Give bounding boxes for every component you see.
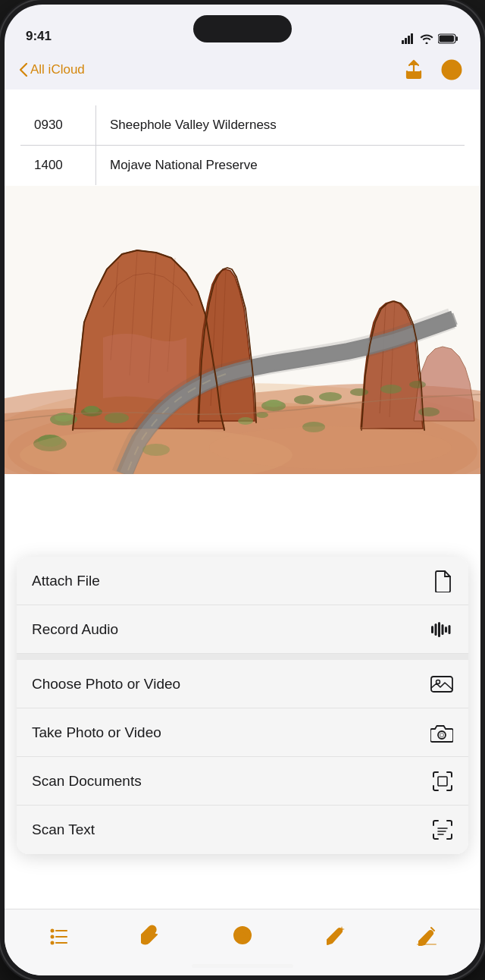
- nav-bar: All iCloud: [5, 50, 480, 90]
- choose-photo-item[interactable]: Choose Photo or Video: [17, 660, 468, 708]
- signal-icon: [402, 33, 415, 44]
- phone-frame: 9:41: [0, 0, 485, 980]
- tab-compose[interactable]: [404, 925, 449, 946]
- more-icon: [441, 59, 462, 80]
- svg-rect-5: [456, 36, 458, 41]
- tab-attachment[interactable]: [127, 925, 173, 946]
- location-icon: [232, 925, 253, 946]
- svg-point-9: [451, 69, 453, 71]
- section-divider: [17, 654, 468, 660]
- svg-point-30: [319, 392, 342, 401]
- file-icon: [433, 570, 453, 592]
- chevron-left-icon: [20, 63, 27, 77]
- pencil-star-icon: [324, 925, 346, 946]
- status-time: 9:41: [26, 29, 52, 44]
- record-audio-item[interactable]: Record Audio: [17, 605, 468, 654]
- tab-location[interactable]: [220, 925, 265, 946]
- action-menu: Attach File Record Audio: [17, 557, 468, 854]
- paperclip-icon: [141, 925, 159, 946]
- svg-rect-6: [440, 36, 455, 42]
- svg-point-64: [239, 932, 245, 938]
- share-icon: [405, 59, 423, 80]
- svg-point-57: [50, 928, 54, 932]
- svg-point-31: [350, 388, 368, 396]
- svg-point-42: [209, 426, 452, 469]
- more-button[interactable]: [438, 56, 465, 83]
- camera-icon: [430, 723, 453, 743]
- table-row: 0930 Sheephole Valley Wilderness: [20, 105, 465, 146]
- scan-text-item[interactable]: Scan Text: [17, 806, 468, 854]
- svg-rect-44: [435, 623, 437, 636]
- svg-point-59: [50, 934, 54, 938]
- nav-actions: [400, 56, 465, 83]
- choose-photo-label: Choose Photo or Video: [32, 676, 180, 693]
- svg-point-52: [440, 733, 444, 737]
- svg-rect-46: [442, 624, 444, 635]
- svg-rect-49: [431, 677, 452, 692]
- take-photo-label: Take Photo or Video: [32, 724, 161, 741]
- svg-point-28: [265, 400, 282, 407]
- compose-icon: [416, 925, 437, 946]
- svg-point-10: [455, 69, 457, 71]
- svg-point-51: [438, 731, 446, 739]
- note-table: 0930 Sheephole Valley Wilderness 1400 Mo…: [20, 105, 465, 186]
- svg-rect-43: [431, 626, 433, 633]
- content-area: 0930 Sheephole Valley Wilderness 1400 Mo…: [5, 90, 480, 909]
- share-button[interactable]: [400, 56, 427, 83]
- tab-bar: [5, 909, 480, 975]
- status-icons: [402, 33, 459, 44]
- list-icon: [48, 925, 69, 946]
- record-audio-label: Record Audio: [32, 621, 118, 638]
- svg-point-26: [105, 413, 129, 423]
- table-cell-time-2: 1400: [20, 145, 96, 185]
- scan-text-icon: [432, 819, 453, 840]
- photo-icon: [430, 674, 453, 694]
- scan-doc-icon: [432, 771, 453, 792]
- svg-rect-3: [411, 33, 413, 44]
- wifi-icon: [420, 33, 433, 44]
- dynamic-island: [193, 15, 292, 42]
- svg-rect-47: [445, 627, 447, 633]
- audio-icon: [430, 621, 453, 638]
- table-cell-location-1: Sheephole Valley Wilderness: [96, 105, 465, 146]
- table-cell-time-1: 0930: [20, 105, 96, 146]
- scan-documents-item[interactable]: Scan Documents: [17, 757, 468, 806]
- svg-rect-53: [438, 777, 447, 786]
- svg-rect-1: [405, 38, 407, 44]
- attach-file-label: Attach File: [32, 573, 100, 589]
- table-row: 1400 Mojave National Preserve: [20, 145, 465, 185]
- svg-point-33: [409, 381, 426, 388]
- scan-text-label: Scan Text: [32, 821, 95, 838]
- desert-illustration: [5, 186, 480, 474]
- svg-point-61: [50, 941, 54, 944]
- svg-rect-45: [438, 622, 440, 637]
- phone-screen: 9:41: [5, 5, 480, 975]
- tab-pencil-star[interactable]: [312, 925, 358, 946]
- svg-rect-48: [449, 625, 451, 634]
- take-photo-item[interactable]: Take Photo or Video: [17, 708, 468, 757]
- table-cell-location-2: Mojave National Preserve: [96, 145, 465, 185]
- scan-documents-label: Scan Documents: [32, 773, 142, 790]
- svg-rect-0: [402, 40, 404, 44]
- svg-point-38: [418, 407, 440, 416]
- battery-icon: [438, 33, 459, 44]
- svg-point-8: [447, 69, 449, 71]
- back-label: All iCloud: [30, 62, 85, 77]
- attach-file-item[interactable]: Attach File: [17, 557, 468, 605]
- svg-point-29: [294, 395, 314, 404]
- svg-point-32: [380, 385, 402, 394]
- svg-point-39: [238, 417, 253, 425]
- back-button[interactable]: All iCloud: [20, 62, 85, 77]
- tab-notes-list[interactable]: [36, 925, 81, 946]
- svg-rect-2: [408, 36, 410, 44]
